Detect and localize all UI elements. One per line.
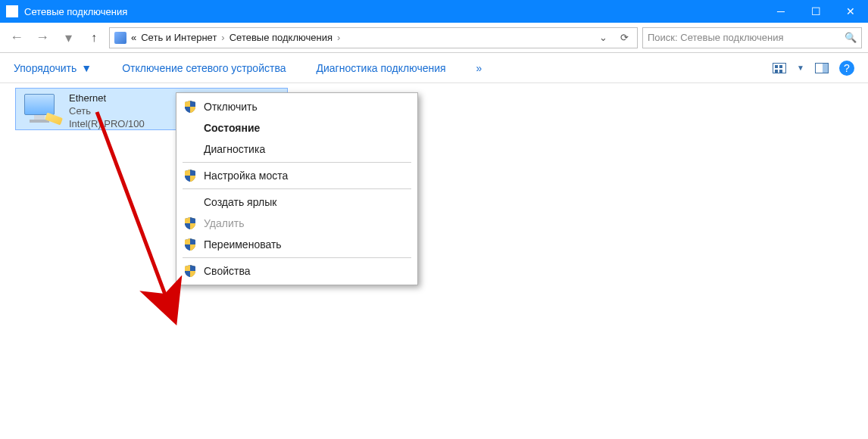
maximize-button[interactable]: ☐ bbox=[798, 0, 833, 23]
menu-separator bbox=[183, 188, 411, 189]
adapter-name: Ethernet bbox=[69, 92, 145, 104]
context-menu-item: Удалить bbox=[176, 213, 417, 234]
preview-pane-button[interactable] bbox=[815, 63, 829, 73]
search-placeholder: Поиск: Сетевые подключения bbox=[648, 32, 784, 43]
chevron-down-icon[interactable]: ▼ bbox=[797, 64, 804, 72]
address-bar[interactable]: « Сеть и Интернет › Сетевые подключения … bbox=[109, 27, 638, 48]
forward-button[interactable]: → bbox=[32, 27, 53, 48]
context-menu-label: Отключить bbox=[204, 101, 258, 113]
breadcrumb-sep[interactable]: › bbox=[337, 32, 340, 43]
toolbar-overflow[interactable]: » bbox=[476, 62, 482, 74]
context-menu: ОтключитьСостояниеДиагностикаНастройка м… bbox=[176, 92, 418, 285]
context-menu-item[interactable]: Настройка моста bbox=[176, 165, 417, 186]
view-options-button[interactable] bbox=[773, 63, 786, 73]
organize-button[interactable]: Упорядочить ▼ bbox=[14, 62, 92, 74]
adapter-device: Intel(R) PRO/100 bbox=[69, 117, 145, 130]
shield-icon bbox=[184, 238, 196, 251]
breadcrumb-part-0[interactable]: Сеть и Интернет bbox=[141, 32, 217, 43]
shield-icon bbox=[184, 217, 196, 229]
shield-icon bbox=[184, 101, 196, 113]
shield-icon bbox=[184, 170, 196, 182]
window-title: Сетевые подключения bbox=[24, 6, 763, 17]
shield-icon bbox=[184, 265, 196, 277]
navbar: ← → ▾ ↑ « Сеть и Интернет › Сетевые подк… bbox=[0, 23, 868, 53]
breadcrumb-sep[interactable]: › bbox=[221, 32, 224, 43]
disable-label: Отключение сетевого устройства bbox=[122, 62, 286, 74]
disable-device-button[interactable]: Отключение сетевого устройства bbox=[122, 62, 286, 74]
adapter-status: Сеть bbox=[69, 104, 145, 117]
address-dropdown[interactable]: ⌄ bbox=[595, 32, 611, 43]
diagnose-button[interactable]: Диагностика подключения bbox=[316, 62, 445, 74]
refresh-button[interactable]: ⟳ bbox=[616, 32, 632, 43]
breadcrumb-prefix: « bbox=[131, 32, 136, 43]
chevron-down-icon: ▼ bbox=[81, 62, 92, 74]
back-button[interactable]: ← bbox=[6, 27, 27, 48]
breadcrumb-part-1[interactable]: Сетевые подключения bbox=[229, 32, 333, 43]
context-menu-item[interactable]: Диагностика bbox=[176, 139, 417, 160]
organize-label: Упорядочить bbox=[14, 62, 76, 74]
content-area: Ethernet Сеть Intel(R) PRO/100 Отключить… bbox=[0, 83, 868, 439]
context-menu-label: Диагностика bbox=[204, 143, 265, 155]
context-menu-item[interactable]: Отключить bbox=[176, 96, 417, 117]
help-button[interactable]: ? bbox=[839, 61, 854, 76]
diagnose-label: Диагностика подключения bbox=[316, 62, 445, 74]
search-box[interactable]: Поиск: Сетевые подключения 🔍 bbox=[642, 27, 862, 48]
overflow-label: » bbox=[476, 62, 482, 74]
toolbar: Упорядочить ▼ Отключение сетевого устрой… bbox=[0, 53, 868, 83]
context-menu-item[interactable]: Свойства bbox=[176, 260, 417, 282]
annotation-arrow bbox=[83, 109, 189, 328]
close-button[interactable]: ✕ bbox=[833, 0, 868, 23]
adapter-icon bbox=[16, 89, 69, 129]
up-button[interactable]: ↑ bbox=[83, 27, 105, 48]
app-icon bbox=[6, 5, 18, 17]
context-menu-label: Настройка моста bbox=[204, 170, 288, 182]
location-icon bbox=[114, 32, 126, 44]
context-menu-item[interactable]: Состояние bbox=[176, 117, 417, 139]
context-menu-label: Удалить bbox=[204, 217, 244, 229]
menu-separator bbox=[183, 257, 411, 258]
context-menu-label: Создать ярлык bbox=[204, 196, 276, 208]
minimize-button[interactable]: ─ bbox=[763, 0, 798, 23]
context-menu-item[interactable]: Переименовать bbox=[176, 234, 417, 255]
context-menu-label: Переименовать bbox=[204, 238, 282, 251]
history-dropdown[interactable]: ▾ bbox=[58, 27, 79, 48]
search-icon[interactable]: 🔍 bbox=[845, 32, 857, 43]
menu-separator bbox=[183, 162, 411, 163]
context-menu-item[interactable]: Создать ярлык bbox=[176, 191, 417, 213]
context-menu-label: Состояние bbox=[204, 122, 260, 134]
context-menu-label: Свойства bbox=[204, 265, 250, 277]
titlebar: Сетевые подключения ─ ☐ ✕ bbox=[0, 0, 868, 23]
svg-line-0 bbox=[97, 112, 173, 315]
